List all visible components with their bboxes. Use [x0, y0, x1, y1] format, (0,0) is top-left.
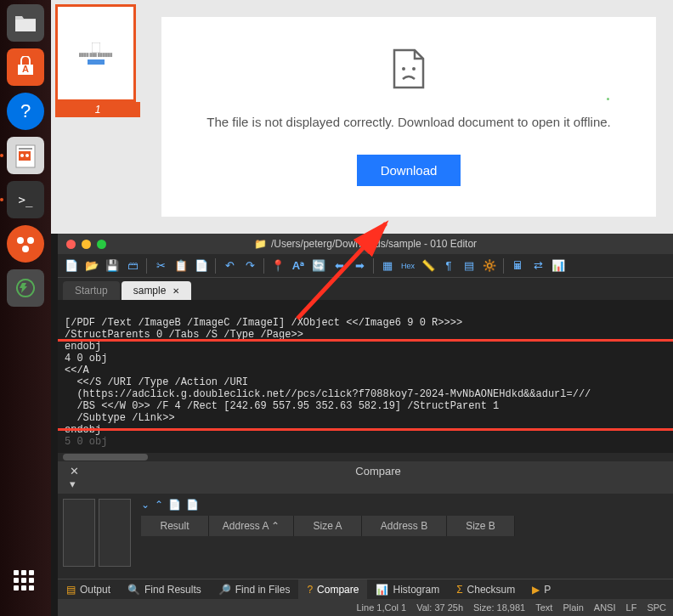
tab-p[interactable]: ▶P — [523, 579, 559, 599]
ruler-icon[interactable]: 📏 — [420, 257, 437, 274]
dock-trash-icon[interactable] — [7, 269, 44, 307]
undo-icon[interactable]: ↶ — [221, 257, 238, 274]
dock-settings-icon[interactable] — [7, 225, 44, 263]
goto-icon[interactable]: 📍 — [269, 257, 286, 274]
prev-icon[interactable]: ⬅ — [331, 257, 348, 274]
col-result[interactable]: Result — [141, 516, 209, 536]
compare-title: Compare — [87, 465, 670, 490]
compare-slot-a[interactable] — [63, 499, 95, 567]
pdf-main-area: The file is not displayed correctly. Dow… — [144, 0, 673, 234]
folder-icon: 📁 — [254, 238, 267, 250]
status-ansi[interactable]: ANSI — [594, 602, 616, 613]
status-size[interactable]: Size: 18,981 — [473, 602, 525, 613]
histogram-tab-icon: 📊 — [376, 584, 388, 596]
dock-terminal-icon[interactable]: >_ — [7, 181, 44, 218]
checksum-icon: Σ — [456, 584, 462, 596]
cut-icon[interactable]: ✂ — [152, 257, 169, 274]
sad-file-icon — [391, 48, 427, 89]
svg-text:A: A — [22, 64, 29, 74]
tab-histogram[interactable]: 📊Histogram — [367, 579, 448, 599]
editor-titlebar[interactable]: 📁 /Users/peterg/Downloads/sample - 010 E… — [58, 234, 673, 254]
hex-editor-window: 📁 /Users/peterg/Downloads/sample - 010 E… — [58, 234, 673, 616]
status-mode[interactable]: Text — [535, 602, 552, 613]
new-icon[interactable]: 📄 — [63, 257, 80, 274]
tab-find-in-files[interactable]: 🔎Find in Files — [210, 579, 299, 599]
status-plain[interactable]: Plain — [563, 602, 583, 613]
svg-rect-2 — [19, 148, 32, 150]
minimize-icon[interactable] — [82, 240, 91, 249]
svg-point-10 — [402, 67, 405, 71]
svg-point-8 — [22, 246, 29, 252]
search-files-icon: 🔎 — [218, 584, 231, 596]
expand-icon[interactable]: ⌃ — [155, 499, 163, 511]
compare-tab-icon: ? — [307, 584, 313, 596]
open-icon[interactable]: 📂 — [83, 257, 100, 274]
compare-icon[interactable]: ⇄ — [529, 257, 546, 274]
paste-icon[interactable]: 📄 — [193, 257, 210, 274]
horizontal-scrollbar[interactable] — [58, 453, 673, 461]
dock-software-icon[interactable]: A — [7, 48, 44, 86]
copy-right-icon[interactable]: 📄 — [186, 499, 199, 511]
sort-asc-icon: ⌃ — [271, 520, 280, 532]
col-size-a[interactable]: Size A — [294, 516, 362, 536]
panel-close-icon[interactable]: ✕ ▾ — [61, 465, 87, 490]
search-icon: 🔍 — [127, 584, 140, 596]
bottom-tabs: ▤Output 🔍Find Results 🔎Find in Files ?Co… — [58, 579, 673, 599]
window-title: /Users/peterg/Downloads/sample - 010 Edi… — [271, 238, 477, 250]
next-icon[interactable]: ➡ — [351, 257, 368, 274]
svg-rect-9 — [92, 42, 100, 53]
svg-point-11 — [412, 67, 416, 71]
col-address-b[interactable]: Address B — [362, 516, 447, 536]
pdf-thumbnail[interactable]: ████ ███ ██████ — [55, 4, 136, 102]
saveall-icon[interactable]: 🗃 — [124, 257, 141, 274]
tab-startup[interactable]: Startup — [63, 281, 120, 300]
highlight-icon[interactable]: 🔆 — [481, 257, 498, 274]
dock-evince-icon[interactable] — [7, 137, 44, 174]
svg-point-7 — [27, 237, 34, 244]
hex-label-icon[interactable]: Hex — [399, 257, 416, 274]
pdf-viewer: ████ ███ ██████ 1 The file is not displa… — [51, 0, 673, 234]
pdf-page-number: 1 — [55, 102, 140, 117]
copy-icon[interactable]: 📋 — [172, 257, 189, 274]
pilcrow-icon[interactable]: ¶ — [440, 257, 457, 274]
calc-icon[interactable]: 🖩 — [509, 257, 526, 274]
download-button[interactable]: Download — [357, 155, 461, 186]
compare-slot-b[interactable] — [99, 499, 131, 567]
find-icon[interactable]: Aᵃ — [290, 257, 307, 274]
tab-compare[interactable]: ?Compare — [298, 579, 367, 599]
template-icon[interactable]: ▦ — [379, 257, 396, 274]
dock-help-icon[interactable]: ? — [7, 93, 44, 130]
grid-icon[interactable]: ▤ — [461, 257, 478, 274]
tab-output[interactable]: ▤Output — [58, 579, 119, 599]
tab-close-icon[interactable]: ✕ — [172, 286, 179, 296]
pdf-thumbnail-sidebar: ████ ███ ██████ 1 — [51, 0, 144, 234]
tab-find-results[interactable]: 🔍Find Results — [119, 579, 210, 599]
compare-table-header: Result Address A ⌃ Size A Address B Size… — [141, 516, 668, 536]
replace-icon[interactable]: 🔄 — [310, 257, 327, 274]
status-val[interactable]: Val: 37 25h — [416, 602, 463, 613]
svg-point-4 — [20, 154, 24, 157]
dock-apps-button[interactable] — [14, 570, 34, 591]
col-address-a[interactable]: Address A ⌃ — [209, 516, 294, 536]
ubuntu-dock: A ? >_ — [0, 0, 51, 616]
collapse-icon[interactable]: ⌄ — [141, 499, 150, 511]
compare-panel: ✕ ▾ Compare ⌄ ⌃ 📄 📄 Result Address A ⌃ S… — [58, 461, 673, 579]
histogram-icon[interactable]: 📊 — [550, 257, 567, 274]
maximize-icon[interactable] — [97, 240, 106, 249]
status-lf[interactable]: LF — [626, 602, 637, 613]
redo-icon[interactable]: ↷ — [241, 257, 258, 274]
status-spc[interactable]: SPC — [647, 602, 666, 613]
code-editor[interactable]: [/PDF /Text /ImageB /ImageC /ImageI] /XO… — [58, 300, 673, 453]
col-size-b[interactable]: Size B — [447, 516, 515, 536]
output-icon: ▤ — [66, 584, 76, 596]
close-icon[interactable] — [66, 240, 76, 249]
dock-files-icon[interactable] — [7, 4, 44, 42]
status-pos[interactable]: Line 1,Col 1 — [356, 602, 406, 613]
editor-toolbar: 📄 📂 💾 🗃 ✂ 📋 📄 ↶ ↷ 📍 Aᵃ 🔄 ⬅ ➡ ▦ Hex 📏 ¶ ▤… — [58, 254, 673, 278]
p-icon: ▶ — [532, 584, 540, 596]
save-icon[interactable]: 💾 — [104, 257, 121, 274]
editor-tabs: Startup sample✕ — [58, 278, 673, 300]
tab-checksum[interactable]: ΣChecksum — [448, 579, 523, 599]
copy-left-icon[interactable]: 📄 — [168, 499, 181, 511]
tab-sample[interactable]: sample✕ — [122, 281, 192, 300]
